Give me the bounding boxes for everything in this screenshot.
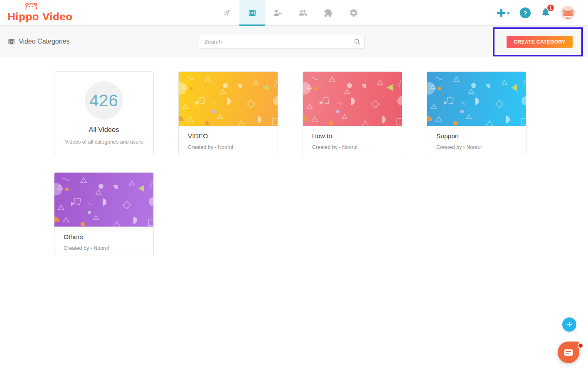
help-button[interactable]: ? [520,7,531,18]
card-subtitle: Videos of all categories and users [54,139,153,145]
category-banner [179,72,278,126]
card-created-by: Created by - Noorul [312,144,393,150]
chat-unread-dot [578,343,583,349]
integrations-icon [324,8,333,17]
rocket-icon [222,8,231,17]
confetti-pattern [179,72,278,126]
nav-tab-launch[interactable] [214,0,239,26]
hippo-head-doodle-icon [24,2,39,10]
nav-tab-teams[interactable] [290,0,315,26]
user-video-icon [273,8,282,17]
video-count: 426 [89,91,118,110]
card-created-by: Created by - Noorul [64,245,144,251]
create-new-dropdown[interactable] [497,9,510,17]
plus-icon [497,9,505,17]
teams-icon [298,8,308,17]
category-card-others[interactable]: Others Created by - Noorul [54,172,154,256]
video-count-circle: 426 [85,81,123,120]
card-created-by: Created by - Noorul [188,144,268,150]
page-title: Video Categories [7,26,69,57]
active-tab-underline [239,24,265,26]
nav-tab-integrations[interactable] [315,0,341,26]
search-input[interactable] [199,35,365,49]
user-avatar[interactable] [561,6,575,20]
chevron-down-icon [507,12,510,15]
category-banner [54,173,153,227]
nav-tab-video-categories[interactable] [239,0,265,26]
confetti-pattern [427,72,526,126]
add-fab-button[interactable]: + [562,317,576,332]
video-categories-title-icon [7,38,15,46]
logo-text: Hippo Video [7,11,73,22]
card-title: Others [64,233,144,241]
chat-launcher-icon [564,349,573,356]
confetti-pattern [54,173,154,227]
all-videos-card[interactable]: 426 All Videos Videos of all categories … [54,71,154,155]
category-banner [303,72,402,126]
search-icon[interactable] [354,38,361,45]
category-card-support[interactable]: Support Created by - Noorul [427,71,526,155]
primary-nav-tabs [214,0,366,26]
category-banner [427,72,526,126]
category-cards-grid: 426 All Videos Videos of all categories … [54,71,526,256]
top-right-actions: ? 1 [497,0,575,26]
video-categories-icon [248,8,257,17]
page-header-bar: Video Categories CREATE CATEGORY [0,26,588,57]
card-title: All Videos [54,126,153,134]
nav-tab-user-videos[interactable] [265,0,290,26]
notification-badge: 1 [547,5,554,11]
chat-launcher-button[interactable] [558,342,579,363]
card-title: Support [436,132,517,140]
hippo-avatar-icon [561,6,575,20]
top-navigation-bar: Hippo Video [0,0,588,26]
category-card-how-to[interactable]: How to Created by - Noorul [303,71,402,155]
confetti-pattern [303,72,402,126]
hippo-video-logo[interactable]: Hippo Video [7,0,73,26]
create-category-button[interactable]: CREATE CATEGORY [507,36,573,48]
category-card-video[interactable]: VIDEO Created by - Noorul [178,71,278,155]
page-title-label: Video Categories [19,38,69,45]
nav-tab-settings[interactable] [341,0,366,26]
notifications-button[interactable]: 1 [541,7,551,19]
card-created-by: Created by - Noorul [436,144,517,150]
settings-icon [349,8,358,17]
search-box [199,35,365,49]
card-title: How to [312,132,393,140]
card-title: VIDEO [188,132,268,140]
